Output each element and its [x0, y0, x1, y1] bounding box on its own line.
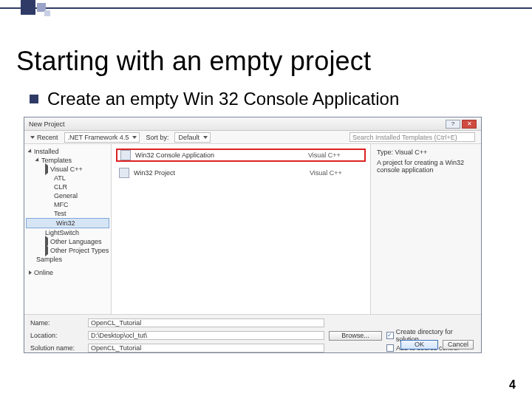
disclosure-icon [27, 149, 33, 154]
recent-dropdown[interactable]: Recent [30, 134, 58, 141]
dialog-toolbar: Recent .NET Framework 4.5 Sort by: Defau… [24, 131, 481, 144]
checkbox-icon [386, 344, 394, 352]
dialog-title: New Project [29, 120, 65, 128]
chevron-down-icon [30, 136, 35, 139]
page-number: 4 [509, 378, 516, 392]
solution-input[interactable]: OpenCL_Tutorial [88, 344, 324, 352]
tree-online[interactable]: Online [24, 268, 111, 277]
template-lang: Visual C++ [310, 169, 363, 177]
framework-value: .NET Framework 4.5 [68, 134, 129, 141]
checkbox-icon: ✓ [386, 332, 394, 339]
ok-button[interactable]: OK [400, 340, 438, 349]
tree-item[interactable]: Other Languages [24, 237, 111, 246]
tree-item[interactable]: Other Project Types [24, 246, 111, 255]
location-input[interactable]: D:\Desktop\ocl_tut\ [88, 331, 324, 340]
slide-title: Starting with an empty project [16, 46, 371, 77]
template-icon [120, 150, 131, 160]
disclosure-icon [29, 270, 32, 275]
tree-item[interactable]: Test [24, 209, 111, 218]
disclosure-icon [45, 245, 48, 256]
template-list: Win32 Console Application Visual C++ Win… [112, 144, 370, 314]
template-icon [119, 168, 129, 178]
tree-item[interactable]: CLR [24, 183, 111, 191]
name-input[interactable]: OpenCL_Tutorial [88, 318, 324, 327]
solution-label: Solution name: [30, 344, 83, 352]
tree-item[interactable]: General [24, 191, 111, 200]
dialog-titlebar: New Project ? ✕ [24, 117, 481, 131]
slide: Starting with an empty project Create an… [0, 0, 532, 399]
tree-item[interactable]: MFC [24, 200, 111, 209]
slide-accent [0, 0, 532, 21]
tree-item[interactable]: LightSwitch [24, 228, 111, 237]
sortby-dropdown[interactable]: Default [174, 132, 211, 143]
sortby-label: Sort by: [146, 134, 168, 141]
sortby-value: Default [178, 134, 200, 141]
template-row-win32-console[interactable]: Win32 Console Application Visual C++ [116, 149, 366, 162]
tree-installed[interactable]: Installed [24, 147, 111, 156]
chevron-down-icon [132, 136, 137, 139]
bullet-icon [30, 95, 38, 103]
recent-label: Recent [37, 134, 58, 141]
new-project-dialog: New Project ? ✕ Recent .NET Framework 4.… [24, 117, 482, 353]
name-label: Name: [30, 319, 83, 327]
template-lang: Visual C++ [308, 151, 361, 159]
close-button[interactable]: ✕ [462, 120, 477, 129]
disclosure-icon [35, 157, 40, 163]
desc-type: Type: Visual C++ [377, 149, 475, 156]
cancel-button[interactable]: Cancel [443, 340, 474, 349]
tree-visual-cpp[interactable]: Visual C++ [24, 165, 111, 174]
chevron-down-icon [203, 136, 208, 139]
browse-button[interactable]: Browse... [329, 331, 382, 341]
template-name: Win32 Project [134, 169, 305, 177]
description-pane: Type: Visual C++ A project for creating … [370, 144, 481, 314]
dialog-body: Installed Templates Visual C++ ATL CLR G… [24, 144, 481, 314]
template-name: Win32 Console Application [135, 151, 304, 159]
tree-item[interactable]: Samples [24, 255, 111, 264]
bullet-row: Create an empty Win 32 Console Applicati… [30, 89, 399, 109]
template-row-win32-project[interactable]: Win32 Project Visual C++ [116, 166, 366, 180]
location-label: Location: [30, 332, 83, 339]
bullet-text: Create an empty Win 32 Console Applicati… [47, 89, 399, 109]
framework-dropdown[interactable]: .NET Framework 4.5 [64, 132, 140, 143]
template-tree[interactable]: Installed Templates Visual C++ ATL CLR G… [24, 144, 112, 314]
search-input[interactable]: Search Installed Templates (Ctrl+E) [349, 132, 475, 142]
disclosure-icon [45, 163, 48, 175]
tree-item-win32[interactable]: Win32 [26, 218, 109, 228]
tree-templates[interactable]: Templates [24, 156, 111, 165]
desc-text: A project for creating a Win32 console a… [377, 159, 475, 174]
tree-item[interactable]: ATL [24, 174, 111, 183]
help-button[interactable]: ? [446, 120, 460, 129]
